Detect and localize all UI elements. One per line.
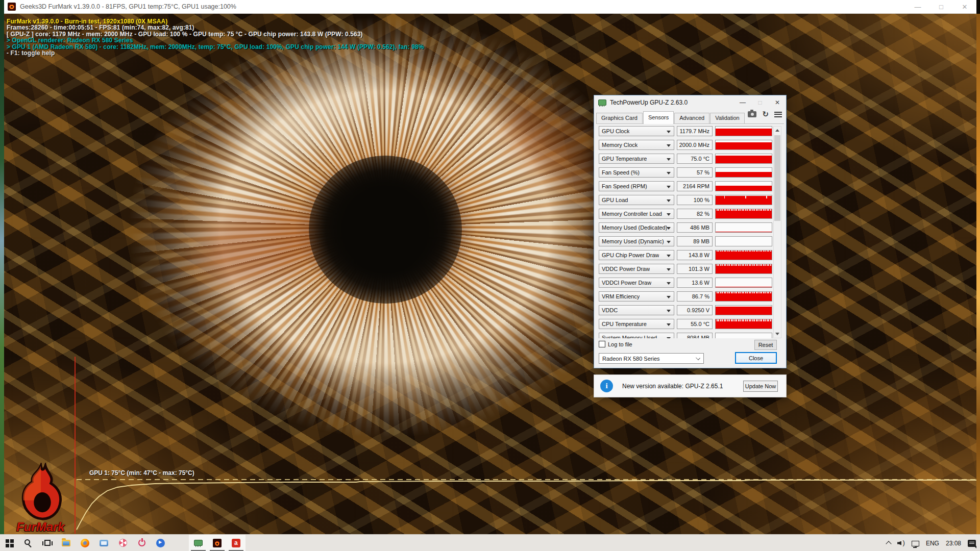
- sensor-label: System Memory Used: [602, 335, 657, 338]
- action-center-icon[interactable]: [968, 540, 976, 547]
- taskbar-app-icon: [194, 540, 203, 546]
- gpuz-minimize-button[interactable]: —: [734, 95, 751, 110]
- sensor-dropdown[interactable]: GPU Temperature: [599, 154, 674, 164]
- tab-sensors[interactable]: Sensors: [643, 111, 674, 124]
- file-explorer-button[interactable]: [57, 535, 76, 551]
- sensor-row: Fan Speed (RPM) 2164 RPM: [599, 181, 774, 191]
- settings-button[interactable]: [170, 535, 189, 551]
- tab-advanced[interactable]: Advanced: [674, 113, 709, 123]
- tab-graphics-card[interactable]: Graphics Card: [596, 113, 643, 123]
- sensor-label: Memory Used (Dynamic): [602, 238, 664, 244]
- tab-validation[interactable]: Validation: [710, 113, 745, 123]
- sensor-dropdown[interactable]: VDDCI Power Draw: [599, 278, 674, 288]
- clock[interactable]: 23:08: [946, 540, 961, 547]
- sensor-dropdown[interactable]: Memory Used (Dynamic): [599, 236, 674, 246]
- tray-chevron-up-icon[interactable]: [886, 541, 891, 546]
- maximize-button[interactable]: □: [929, 0, 953, 13]
- sensor-dropdown[interactable]: CPU Temperature: [599, 319, 674, 329]
- sensor-dropdown[interactable]: Fan Speed (RPM): [599, 181, 674, 191]
- sensor-dropdown[interactable]: VDDC Power Draw: [599, 264, 674, 274]
- media-player-button[interactable]: [151, 535, 170, 551]
- menu-icon[interactable]: [774, 112, 782, 117]
- sensor-row: Memory Clock 2000.0 MHz: [599, 140, 774, 150]
- power-utility-button[interactable]: [132, 535, 151, 551]
- sensor-row: Memory Controller Load 82 %: [599, 209, 774, 219]
- volume-icon[interactable]: [897, 540, 905, 546]
- close-button[interactable]: Close: [735, 352, 777, 364]
- furmark-taskbar-button[interactable]: [208, 535, 227, 551]
- sensor-graph: [715, 250, 772, 260]
- chevron-down-icon: [667, 268, 671, 271]
- scrollbar-thumb[interactable]: [774, 135, 780, 221]
- osd-line: - F1: toggle help: [7, 50, 424, 56]
- gpuz-update-bar: i New version available: GPU-Z 2.65.1 Up…: [594, 374, 787, 397]
- sensor-scrollbar[interactable]: [773, 126, 781, 338]
- sensor-row: Fan Speed (%) 57 %: [599, 167, 774, 178]
- red-app-button[interactable]: [227, 535, 246, 551]
- furmark-window-title: Geeks3D FurMark v1.39.0.0 - 81FPS, GPU1 …: [20, 3, 236, 10]
- sensor-graph-fill: [716, 129, 772, 136]
- network-icon[interactable]: [912, 541, 919, 546]
- sensor-label: GPU Temperature: [602, 156, 647, 162]
- start-button[interactable]: [0, 535, 19, 551]
- gpuz-window: TechPowerUp GPU-Z 2.63.0 — □ ✕ Graphics …: [594, 95, 787, 368]
- sensor-graph: [715, 278, 772, 288]
- sensor-dropdown[interactable]: Memory Controller Load: [599, 209, 674, 219]
- sensor-graph-fill: [716, 293, 772, 301]
- sensor-label: Memory Used (Dedicated): [602, 224, 667, 231]
- chevron-down-icon: [667, 323, 671, 326]
- furmark-osd: FurMark v1.39.0.0 - Burn-in test, 1920x1…: [7, 18, 424, 56]
- sensor-dropdown[interactable]: Fan Speed (%): [599, 167, 674, 178]
- info-icon: i: [600, 380, 613, 392]
- firefox-button[interactable]: [76, 535, 94, 551]
- sensor-row: GPU Temperature 75.0 °C: [599, 154, 774, 164]
- sensor-dropdown[interactable]: Memory Used (Dedicated): [599, 222, 674, 233]
- sensor-row: Memory Used (Dynamic) 89 MB: [599, 236, 774, 246]
- sensor-dropdown[interactable]: GPU Load: [599, 195, 674, 205]
- refresh-icon[interactable]: ↻: [762, 111, 769, 117]
- task-view-button[interactable]: [38, 535, 57, 551]
- scroll-down-icon[interactable]: [774, 330, 781, 338]
- gpuz-titlebar[interactable]: TechPowerUp GPU-Z 2.63.0 — □ ✕: [594, 95, 786, 110]
- furmark-app-icon: [8, 3, 16, 11]
- gpuz-taskbar-button[interactable]: [189, 535, 208, 551]
- sensor-row: VDDC 0.9250 V: [599, 305, 774, 315]
- search-button[interactable]: [19, 535, 38, 551]
- screenshot-app-button[interactable]: [94, 535, 113, 551]
- gpuz-app-icon: [598, 99, 606, 106]
- sensor-graph: [715, 333, 772, 338]
- sensor-dropdown[interactable]: Memory Clock: [599, 140, 674, 150]
- update-now-button[interactable]: Update Now: [743, 381, 778, 392]
- sensor-graph: [715, 264, 772, 274]
- sensor-dropdown[interactable]: GPU Clock: [599, 126, 674, 136]
- sensor-dropdown[interactable]: VDDC: [599, 305, 674, 315]
- gpuz-close-icon[interactable]: ✕: [769, 95, 786, 110]
- sensor-dropdown[interactable]: GPU Chip Power Draw: [599, 250, 674, 260]
- sensor-dropdown[interactable]: VRM Efficiency: [599, 291, 674, 302]
- chevron-down-icon: [667, 144, 671, 147]
- furmark-flame-icon: [15, 463, 66, 523]
- sensor-graph-fill: [716, 211, 772, 218]
- sensor-graph-fill: [716, 156, 772, 163]
- sensor-row: VRM Efficiency 86.7 %: [599, 291, 774, 302]
- log-to-file-label: Log to file: [608, 341, 632, 347]
- scroll-up-icon[interactable]: [774, 127, 781, 134]
- device-select[interactable]: Radeon RX 580 Series: [599, 353, 704, 364]
- screenshot-icon[interactable]: [748, 111, 756, 117]
- close-window-icon[interactable]: ✕: [953, 0, 976, 13]
- pinwheel-app-button[interactable]: [113, 535, 132, 551]
- sensor-value: 486 MB: [677, 222, 713, 233]
- sensor-dropdown[interactable]: System Memory Used: [599, 333, 674, 338]
- taskbar-app-icon: [62, 540, 70, 546]
- sensor-graph-fill: [716, 196, 772, 205]
- furmark-titlebar: Geeks3D FurMark v1.39.0.0 - 81FPS, GPU1 …: [4, 0, 976, 14]
- gpu-temp-graph: [4, 14, 976, 534]
- osd-line: > GPU 1 (AMD Radeon RX 580) - core: 1182…: [7, 44, 424, 50]
- taskbar: ENG 23:08: [0, 534, 980, 551]
- language-indicator[interactable]: ENG: [926, 540, 939, 547]
- reset-button[interactable]: Reset: [754, 340, 777, 350]
- log-to-file-checkbox[interactable]: [599, 341, 605, 347]
- minimize-button[interactable]: —: [906, 0, 929, 13]
- gpuz-bottom-controls: Log to file Reset Radeon RX 580 Series C…: [594, 338, 786, 369]
- sensor-value: 57 %: [677, 167, 713, 178]
